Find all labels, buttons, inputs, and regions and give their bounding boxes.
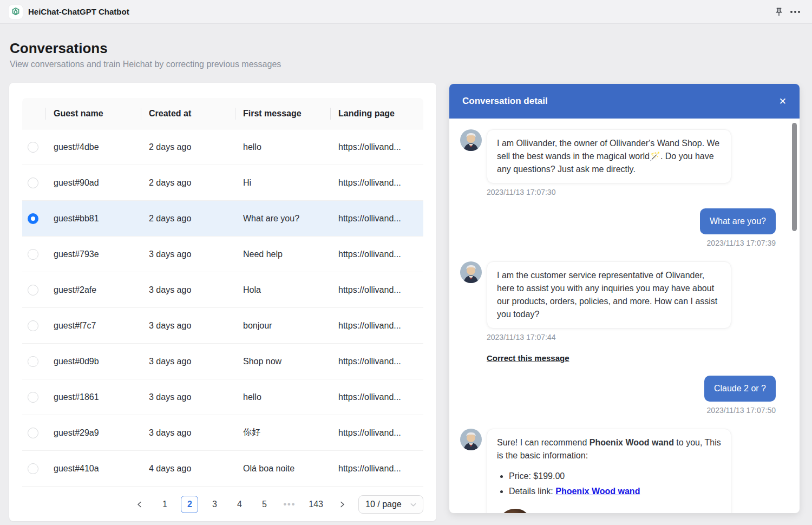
first-message-cell: Hi: [243, 178, 338, 188]
first-message-cell: Olá boa noite: [243, 464, 338, 474]
message-text: Sure! I can recommend: [497, 438, 590, 447]
row-radio[interactable]: [28, 178, 38, 188]
bot-avatar: [460, 429, 482, 450]
row-radio[interactable]: [28, 320, 38, 331]
detail-title: Conversation detail: [462, 96, 548, 107]
landing-page-cell: https://ollivand...: [338, 285, 423, 295]
next-page-button[interactable]: [333, 496, 351, 513]
page-button[interactable]: 143: [306, 496, 326, 513]
detail-scrollbar[interactable]: [792, 123, 797, 231]
bot-message-bubble: I am Ollivander, the owner of Ollivander…: [487, 129, 731, 183]
pin-icon[interactable]: [771, 4, 787, 20]
landing-page-cell: https://ollivand...: [338, 214, 423, 224]
message-timestamp: 2023/11/13 17:07:44: [487, 333, 785, 342]
table-row[interactable]: guest#bb812 days agoWhat are you?https:/…: [22, 201, 423, 237]
table-header-row: Guest name Created at First message Land…: [22, 98, 423, 129]
guest-name-cell: guest#793e: [54, 250, 149, 259]
first-message-cell: hello: [243, 392, 338, 402]
column-header-first-message: First message: [243, 109, 338, 119]
page-size-value: 10 / page: [365, 500, 402, 509]
message-timestamp: 2023/11/13 17:07:50: [460, 406, 776, 415]
row-radio[interactable]: [28, 463, 38, 474]
guest-name-cell: guest#29a9: [54, 428, 149, 438]
created-at-cell: 3 days ago: [149, 321, 243, 331]
page-buttons: 12345•••143: [156, 496, 326, 513]
more-icon[interactable]: [787, 8, 803, 16]
table-row[interactable]: guest#29a93 days ago你好https://ollivand..…: [22, 415, 423, 451]
message-timestamp: 2023/11/13 17:07:39: [460, 239, 776, 247]
topbar: HeiChat-ChatGPT Chatbot: [0, 0, 812, 24]
table-row[interactable]: guest#410a4 days agoOlá boa noitehttps:/…: [22, 451, 423, 487]
close-icon[interactable]: ✕: [779, 97, 787, 106]
table-row[interactable]: guest#2afe3 days agoHolahttps://ollivand…: [22, 272, 423, 308]
pagination: 12345•••143 10 / page: [22, 495, 423, 514]
first-message-cell: bonjour: [243, 321, 338, 331]
page-button[interactable]: 4: [231, 496, 248, 513]
guest-name-cell: guest#4dbe: [54, 142, 149, 152]
chevron-down-icon: [410, 502, 416, 508]
guest-name-cell: guest#0d9b: [54, 357, 149, 366]
previous-page-button[interactable]: [131, 496, 148, 513]
row-radio[interactable]: [28, 213, 38, 224]
created-at-cell: 3 days ago: [149, 428, 243, 438]
guest-name-cell: guest#f7c7: [54, 321, 149, 331]
column-header-landing-page: Landing page: [338, 109, 423, 119]
table-body: guest#4dbe2 days agohellohttps://ollivan…: [22, 129, 423, 487]
page-button[interactable]: 2: [181, 496, 198, 513]
column-header-guest-name: Guest name: [54, 109, 149, 119]
landing-page-cell: https://ollivand...: [338, 392, 423, 402]
bot-avatar: [460, 261, 482, 283]
table-row[interactable]: guest#4dbe2 days agohellohttps://ollivan…: [22, 129, 423, 165]
landing-page-cell: https://ollivand...: [338, 178, 423, 188]
table-row[interactable]: guest#f7c73 days agobonjourhttps://olliv…: [22, 308, 423, 344]
created-at-cell: 3 days ago: [149, 250, 243, 259]
table-row[interactable]: guest#0d9b3 days agoShop nowhttps://olli…: [22, 344, 423, 379]
table-row[interactable]: guest#18613 days agohellohttps://ollivan…: [22, 379, 423, 415]
row-radio[interactable]: [28, 285, 38, 296]
row-radio[interactable]: [28, 428, 38, 438]
row-radio[interactable]: [28, 142, 38, 153]
first-message-cell: Shop now: [243, 357, 338, 366]
detail-header: Conversation detail ✕: [449, 84, 800, 119]
first-message-cell: hello: [243, 142, 338, 152]
created-at-cell: 2 days ago: [149, 178, 243, 188]
bot-message: Sure! I can recommend Phoenix Wood wand …: [460, 429, 785, 513]
created-at-cell: 3 days ago: [149, 357, 243, 366]
created-at-cell: 2 days ago: [149, 214, 243, 224]
landing-page-cell: https://ollivand...: [338, 142, 423, 152]
page-subtitle: View conversations and train Heichat by …: [10, 60, 281, 69]
conversations-panel: Guest name Created at First message Land…: [9, 83, 436, 521]
created-at-cell: 3 days ago: [149, 285, 243, 295]
column-header-created-at: Created at: [149, 109, 243, 119]
product-info-list: Price: $199.00 Details link: Phoenix Woo…: [509, 470, 721, 498]
row-radio[interactable]: [28, 249, 38, 260]
product-link[interactable]: Phoenix Wood wand: [555, 487, 640, 496]
first-message-cell: 你好: [243, 427, 338, 438]
page-button[interactable]: 1: [156, 496, 173, 513]
created-at-cell: 2 days ago: [149, 142, 243, 152]
landing-page-cell: https://ollivand...: [338, 464, 423, 474]
correct-this-message-link[interactable]: Correct this message: [487, 353, 569, 363]
table-row[interactable]: guest#90ad2 days agoHihttps://ollivand..…: [22, 165, 423, 201]
created-at-cell: 3 days ago: [149, 392, 243, 402]
bot-message-bubble: Sure! I can recommend Phoenix Wood wand …: [487, 429, 731, 513]
user-message-bubble: Claude 2 or ?: [704, 376, 776, 402]
guest-name-cell: guest#2afe: [54, 285, 149, 295]
row-radio[interactable]: [28, 356, 38, 367]
product-image: [500, 509, 529, 513]
bot-avatar: [460, 129, 482, 151]
app-logo-icon: [9, 5, 23, 19]
conversation-detail-panel: Conversation detail ✕ I am Ollivander, t…: [449, 84, 800, 513]
app-title: HeiChat-ChatGPT Chatbot: [28, 7, 129, 16]
user-message: What are you?: [460, 208, 785, 234]
page-ellipsis: •••: [280, 496, 298, 513]
conversations-table: Guest name Created at First message Land…: [22, 98, 423, 487]
page-button[interactable]: 3: [206, 496, 223, 513]
page-button[interactable]: 5: [256, 496, 273, 513]
page-size-select[interactable]: 10 / page: [358, 495, 423, 514]
table-row[interactable]: guest#793e3 days agoNeed helphttps://oll…: [22, 237, 423, 272]
row-radio[interactable]: [28, 392, 38, 403]
user-message: Claude 2 or ?: [460, 376, 785, 402]
page-title: Conversations: [10, 40, 108, 57]
landing-page-cell: https://ollivand...: [338, 357, 423, 366]
